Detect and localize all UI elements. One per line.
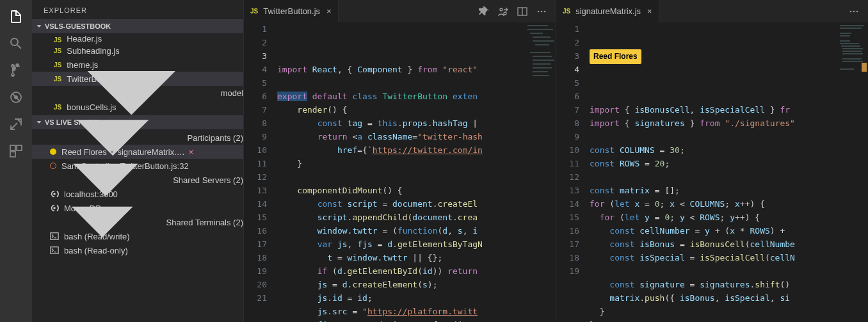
presence-label: Reed Flores: [590, 49, 641, 64]
close-icon[interactable]: ×: [189, 147, 194, 157]
close-icon[interactable]: ×: [326, 6, 332, 16]
close-icon[interactable]: ×: [647, 6, 652, 16]
split-editor-icon[interactable]: [517, 6, 527, 17]
svg-point-7: [500, 8, 502, 11]
tab-label: signatureMatrix.js: [575, 6, 641, 16]
presence-marker: [862, 63, 867, 72]
tab-bar: JS TwitterButton.js ×: [244, 0, 556, 22]
svg-point-1: [14, 95, 18, 99]
explorer-panel: EXPLORER VSLS-GUESTBOOK JSHeader.jsJSSub…: [32, 0, 243, 322]
svg-rect-4: [10, 152, 15, 157]
files-icon[interactable]: [8, 9, 24, 24]
debug-icon[interactable]: [8, 90, 24, 105]
code-area[interactable]: 123456789101112131415161718192021: [244, 22, 556, 322]
code[interactable]: Reed Flores imp: [590, 22, 868, 322]
terminal-icon: [50, 246, 59, 255]
pin-icon[interactable]: [479, 6, 489, 17]
editor-group: JS TwitterButton.js × 123456789101112131…: [243, 0, 868, 322]
terminal-name: bash (Read-only): [64, 246, 128, 255]
participants-label: Participants (2): [188, 133, 243, 143]
svg-point-13: [850, 10, 852, 12]
svg-point-12: [544, 10, 546, 12]
svg-rect-2: [10, 145, 15, 150]
svg-point-10: [538, 10, 540, 12]
gutter: 123456789101112131415161718192021: [244, 22, 277, 322]
js-icon: JS: [250, 8, 258, 15]
svg-point-15: [856, 10, 858, 12]
source-control-icon[interactable]: [8, 63, 24, 78]
tab-actions: [849, 6, 868, 17]
terminal-icon: [50, 232, 59, 241]
shared-terminals-label: Shared Terminals (2): [166, 218, 243, 227]
terminal-name: bash (Read/write): [64, 232, 130, 241]
svg-rect-5: [51, 233, 58, 240]
svg-point-11: [541, 10, 543, 12]
svg-point-14: [853, 10, 855, 12]
svg-rect-3: [17, 145, 22, 150]
chevron-down-icon: [41, 161, 164, 284]
tab-actions: [479, 6, 556, 17]
search-icon[interactable]: [8, 36, 24, 51]
chevron-down-icon: [35, 22, 44, 31]
more-icon[interactable]: [849, 6, 859, 17]
tab-signaturematrix[interactable]: JS signatureMatrix.js ×: [556, 0, 659, 22]
editor-twitterbutton: JS TwitterButton.js × 123456789101112131…: [243, 0, 556, 322]
gutter: 12345678910111213141516171819: [556, 22, 590, 322]
editor-signaturematrix: JS signatureMatrix.js × 1234567891011121…: [556, 0, 868, 322]
liveshare-tree: Participants (2) Reed Flores • signature…: [32, 129, 243, 259]
shared-servers-label: Shared Servers (2): [173, 175, 243, 185]
code-area[interactable]: 12345678910111213141516171819 Reed Flore…: [556, 22, 868, 322]
activity-bar: [0, 0, 32, 322]
follow-icon[interactable]: [498, 6, 508, 17]
shared-terminals-group[interactable]: Shared Terminals (2): [32, 215, 243, 229]
svg-point-8: [504, 12, 506, 15]
tab-label: TwitterButton.js: [263, 6, 320, 16]
more-icon[interactable]: [536, 6, 547, 17]
live-share-icon[interactable]: [8, 117, 24, 132]
extensions-icon[interactable]: [8, 143, 24, 159]
js-icon: JS: [563, 8, 570, 15]
tab-twitterbutton[interactable]: JS TwitterButton.js ×: [244, 0, 339, 22]
svg-rect-6: [51, 247, 58, 254]
code[interactable]: import React, { Component } from "react"…: [277, 22, 556, 322]
tab-bar: JS signatureMatrix.js ×: [556, 0, 868, 22]
